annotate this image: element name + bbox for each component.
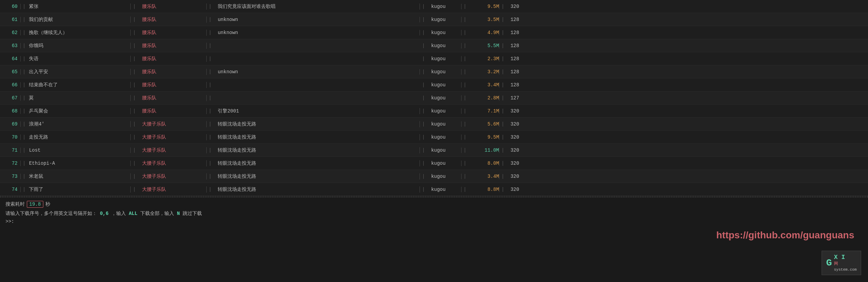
col-bitrate: 128 (506, 69, 527, 75)
col-title: 乒乓聚会 (28, 108, 131, 114)
col-artist: 大腰子乐队 (138, 186, 207, 193)
col-bitrate: 320 (506, 187, 527, 192)
col-title: Lost (28, 148, 131, 153)
search-time-unit: 秒 (45, 201, 50, 207)
col-size: 9.5M (468, 4, 499, 9)
col-title: 紧张 (28, 3, 131, 10)
col-artist: 腰乐队 (138, 108, 207, 114)
col-artist: 腰乐队 (138, 3, 207, 10)
col-bitrate: 128 (506, 43, 527, 48)
col-title: 莫 (28, 95, 131, 101)
col-album: 转眼沈场走投无路 (214, 173, 420, 180)
col-album: 我们究竟应该面对谁去歌唱 (214, 3, 420, 10)
col-bitrate: 320 (506, 148, 527, 153)
col-title: 走投无路 (28, 134, 131, 140)
table-row[interactable]: 67 | 莫 | 腰乐队 | | kugou | 2.8M | 127 (0, 91, 868, 105)
col-artist: 腰乐队 (138, 30, 207, 36)
col-size: 3.2M (468, 69, 499, 75)
table-row[interactable]: 70 | 走投无路 | 大腰子乐队 | 转眼沈场走投无路 | kugou | 9… (0, 131, 868, 144)
col-source: kugou (427, 17, 462, 22)
prompt-line: 请输入下载序号，多个用英文逗号隔开如： 0,6 ，输入 ALL 下载全部，输入 … (6, 210, 862, 217)
col-bitrate: 128 (506, 82, 527, 88)
col-album: 转眼沈场走投无路 (214, 121, 420, 127)
col-source: kugou (427, 95, 462, 101)
col-title: 浪潮4' (28, 121, 131, 127)
logo-domain: system.com (834, 268, 857, 272)
col-bitrate: 320 (506, 161, 527, 166)
table-row[interactable]: 66 | 结束曲不在了 | 腰乐队 | | kugou | 3.4M | 128 (0, 78, 868, 91)
table-row[interactable]: 68 | 乒乓聚会 | 腰乐队 | 引擎2001 | kugou | 7.1M … (0, 105, 868, 118)
col-source: kugou (427, 56, 462, 62)
col-artist: 腰乐队 (138, 95, 207, 101)
col-album: 转眼沈场走投无路 (214, 147, 420, 153)
table-row[interactable]: 63 | 你饿吗 | 腰乐队 | | kugou | 5.5M | 128 (0, 39, 868, 52)
col-artist: 大腰子乐队 (138, 173, 207, 180)
col-num: 61 (0, 17, 21, 22)
table-row[interactable]: 62 | 挽歌（继续无人） | 腰乐队 | unknown | kugou | … (0, 26, 868, 39)
input-line[interactable]: >>: (6, 219, 862, 224)
col-source: kugou (427, 161, 462, 166)
col-size: 5.5M (468, 43, 499, 48)
col-source: kugou (427, 174, 462, 179)
col-num: 73 (0, 174, 21, 179)
col-title: 失语 (28, 56, 131, 62)
table-row[interactable]: 61 | 我们的贡献 | 腰乐队 | unknown | kugou | 3.5… (0, 13, 868, 26)
prompt-example: 0,6 (100, 211, 108, 216)
col-bitrate: 128 (506, 30, 527, 35)
song-table: 60 | 紧张 | 腰乐队 | 我们究竟应该面对谁去歌唱 | kugou | 9… (0, 0, 868, 196)
col-size: 2.8M (468, 95, 499, 101)
table-row[interactable]: 69 | 浪潮4' | 大腰子乐队 | 转眼沈场走投无路 | kugou | 5… (0, 118, 868, 131)
col-bitrate: 127 (506, 95, 527, 101)
col-size: 11.0M (468, 148, 499, 153)
watermark: https://github.com/guanguans (716, 230, 854, 241)
col-source: kugou (427, 148, 462, 153)
logo-badge: G X I 网 system.com (822, 251, 861, 275)
table-row[interactable]: 74 | 下雨了 | 大腰子乐队 | 转眼沈场走投无路 | kugou | 8.… (0, 183, 868, 196)
prompt-skip-text: 跳过下载 (183, 211, 202, 216)
col-size: 8.8M (468, 187, 499, 192)
col-num: 72 (0, 161, 21, 166)
col-source: kugou (427, 134, 462, 140)
col-title: 挽歌（继续无人） (28, 30, 131, 36)
col-bitrate: 320 (506, 121, 527, 127)
table-row[interactable]: 60 | 紧张 | 腰乐队 | 我们究竟应该面对谁去歌唱 | kugou | 9… (0, 0, 868, 13)
col-num: 68 (0, 108, 21, 114)
col-num: 60 (0, 4, 21, 9)
col-size: 3.5M (468, 17, 499, 22)
col-num: 65 (0, 69, 21, 75)
col-source: kugou (427, 121, 462, 127)
col-album: unknown (214, 69, 420, 75)
col-artist: 腰乐队 (138, 69, 207, 75)
table-row[interactable]: 73 | 米老鼠 | 大腰子乐队 | 转眼沈场走投无路 | kugou | 3.… (0, 170, 868, 183)
col-artist: 腰乐队 (138, 82, 207, 88)
col-title: 你饿吗 (28, 43, 131, 49)
table-row[interactable]: 64 | 失语 | 腰乐队 | | kugou | 2.3M | 128 (0, 52, 868, 65)
col-bitrate: 320 (506, 108, 527, 114)
col-size: 4.9M (468, 30, 499, 35)
col-size: 7.1M (468, 108, 499, 114)
col-num: 70 (0, 134, 21, 140)
col-num: 67 (0, 95, 21, 101)
input-prefix: >>: (6, 219, 14, 224)
col-size: 8.0M (468, 161, 499, 166)
col-artist: 大腰子乐队 (138, 160, 207, 166)
col-bitrate: 320 (506, 134, 527, 140)
col-artist: 腰乐队 (138, 56, 207, 62)
prompt-all-text: 下载全部，输入 (140, 211, 174, 216)
logo-g-letter: G (826, 258, 832, 268)
col-num: 71 (0, 148, 21, 153)
col-bitrate: 128 (506, 17, 527, 22)
col-artist: 大腰子乐队 (138, 121, 207, 127)
col-source: kugou (427, 4, 462, 9)
table-row[interactable]: 71 | Lost | 大腰子乐队 | 转眼沈场走投无路 | kugou | 1… (0, 144, 868, 157)
col-artist: 大腰子乐队 (138, 147, 207, 153)
col-size: 3.4M (468, 174, 499, 179)
col-source: kugou (427, 108, 462, 114)
search-time-row: 搜索耗时 19.8 秒 (6, 201, 862, 208)
col-title: 下雨了 (28, 186, 131, 193)
col-source: kugou (427, 30, 462, 35)
table-row[interactable]: 72 | Ethiopi-A | 大腰子乐队 | 转眼沈场走投无路 | kugo… (0, 157, 868, 170)
col-artist: 大腰子乐队 (138, 134, 207, 140)
col-bitrate: 320 (506, 174, 527, 179)
table-row[interactable]: 65 | 出入平安 | 腰乐队 | unknown | kugou | 3.2M… (0, 65, 868, 78)
